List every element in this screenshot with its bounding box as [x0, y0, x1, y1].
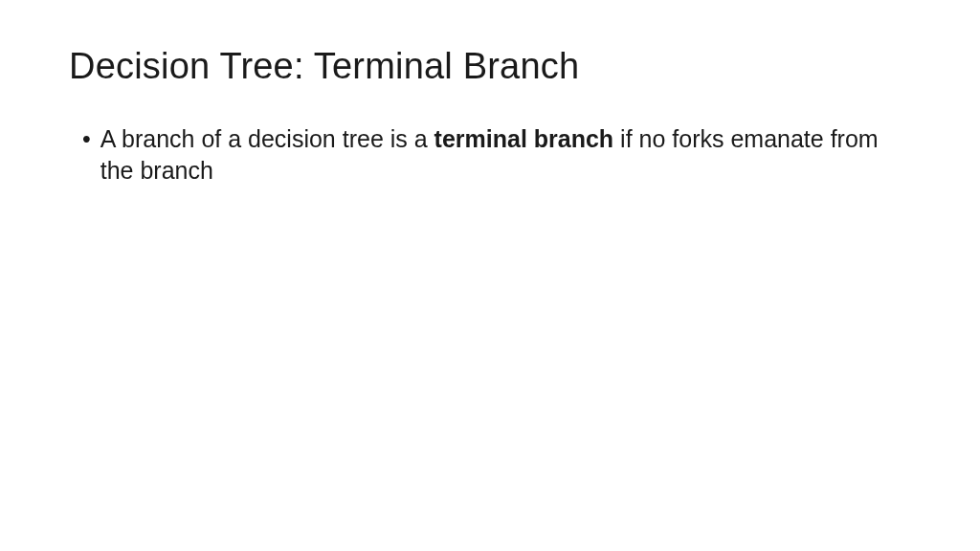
bullet-item: • A branch of a decision tree is a termi… [82, 123, 911, 186]
bullet-text-bold: terminal branch [434, 125, 614, 152]
slide-title: Decision Tree: Terminal Branch [69, 46, 911, 87]
slide-container: Decision Tree: Terminal Branch • A branc… [0, 0, 980, 551]
slide-content: • A branch of a decision tree is a termi… [69, 123, 911, 186]
bullet-text: A branch of a decision tree is a termina… [100, 123, 911, 186]
bullet-marker: • [82, 123, 91, 155]
bullet-text-part1: A branch of a decision tree is a [100, 125, 434, 152]
